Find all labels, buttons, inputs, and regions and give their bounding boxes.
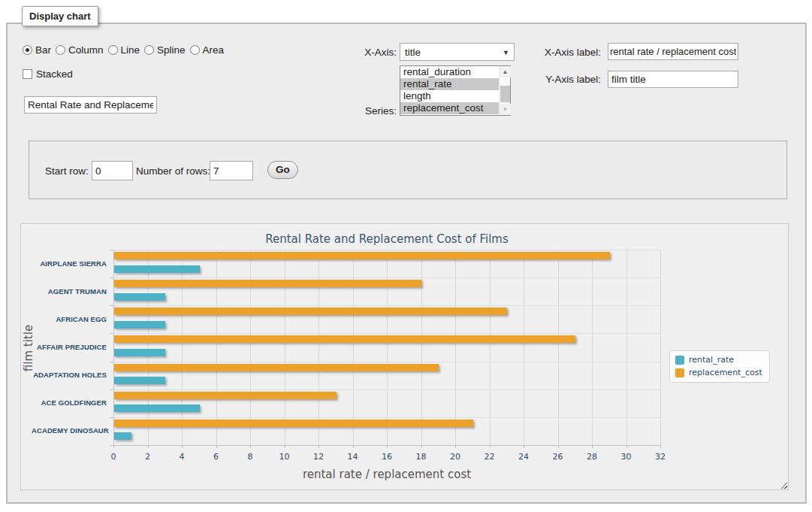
scroll-down-icon[interactable]: ▼	[500, 104, 511, 115]
x-gridline	[113, 250, 114, 445]
legend-swatch	[675, 356, 684, 365]
radio-icon[interactable]	[190, 45, 200, 55]
chart-legend: rental_ratereplacement_cost	[669, 350, 770, 383]
x-tickmark	[660, 445, 661, 448]
x-tick-label: 0	[98, 452, 128, 462]
y-gridline	[113, 362, 660, 362]
y-gridline	[113, 333, 660, 334]
start-row-input[interactable]	[92, 161, 133, 180]
go-button[interactable]: Go	[267, 161, 298, 179]
series-option-rental_duration[interactable]: rental_duration	[400, 66, 499, 78]
chart-type-radio-spline[interactable]: Spline	[144, 44, 186, 56]
x-tick-label: 24	[509, 452, 539, 462]
y-gridline	[113, 305, 660, 306]
category-label: AGENT TRUMAN	[32, 287, 107, 295]
x-gridline	[524, 250, 524, 445]
radio-icon[interactable]	[144, 45, 154, 55]
xaxis-selected-value: title	[405, 47, 421, 58]
radio-icon[interactable]	[108, 45, 118, 55]
scrollbar-thumb[interactable]	[500, 86, 510, 102]
chart-title-input[interactable]	[24, 96, 157, 114]
stacked-checkbox[interactable]	[23, 69, 32, 79]
series-options: rental_durationrental_ratelengthreplacem…	[400, 66, 510, 114]
x-tick-label: 4	[167, 452, 197, 462]
legend-entry-rental_rate[interactable]: rental_rate	[675, 355, 762, 365]
x-gridline	[285, 250, 285, 445]
x-gridline	[387, 250, 388, 445]
num-rows-input[interactable]	[210, 161, 253, 180]
bar-replacement_cost	[114, 280, 421, 287]
chart-type-radio-column[interactable]: Column	[56, 44, 104, 56]
x-gridline	[490, 250, 491, 445]
listbox-scrollbar[interactable]: ▲ ▼	[499, 66, 510, 115]
x-tick-label: 8	[235, 452, 265, 462]
y-tickmark	[110, 389, 113, 390]
x-tick-label: 18	[406, 452, 436, 462]
x-gridline	[421, 250, 422, 445]
category-label: ACE GOLDFINGER	[32, 398, 107, 407]
legend-entry-replacement_cost[interactable]: replacement_cost	[675, 368, 762, 377]
chart-container: Rental Rate and Replacement Cost of Film…	[20, 223, 789, 490]
x-tick-label: 2	[133, 452, 163, 462]
yaxis-label-input[interactable]	[608, 71, 738, 88]
stacked-checkbox-row[interactable]: Stacked	[23, 68, 73, 80]
y-tickmark	[110, 305, 113, 306]
series-option-length[interactable]: length	[400, 90, 499, 102]
x-tick-label: 30	[611, 452, 641, 462]
bar-rental_rate	[114, 293, 165, 301]
legend-swatch	[675, 368, 684, 377]
y-gridline	[113, 277, 660, 278]
x-gridline	[216, 250, 217, 445]
bar-replacement_cost	[114, 364, 439, 371]
bar-replacement_cost	[114, 335, 575, 343]
category-label: AFFAIR PREJUDICE	[32, 343, 107, 351]
resize-handle-icon[interactable]	[779, 480, 787, 489]
scroll-up-icon[interactable]: ▲	[500, 66, 511, 77]
x-tick-label: 20	[440, 452, 470, 462]
bar-replacement_cost	[114, 420, 473, 427]
series-listbox[interactable]: rental_durationrental_ratelengthreplacem…	[400, 65, 511, 116]
radio-label: Bar	[35, 44, 51, 56]
x-tick-label: 28	[577, 452, 607, 462]
y-tickmark	[110, 362, 113, 362]
category-label: AIRPLANE SIERRA	[32, 259, 107, 268]
num-rows-label: Number of rows:	[136, 165, 208, 177]
y-tickmark	[110, 277, 113, 278]
x-axis-line	[113, 445, 660, 446]
radio-icon[interactable]	[56, 45, 65, 55]
panel-title: Display chart	[29, 11, 91, 22]
x-gridline	[182, 250, 183, 445]
chart-type-radio-line[interactable]: Line	[108, 44, 140, 56]
bar-rental_rate	[114, 377, 165, 384]
radio-label: Column	[68, 44, 104, 56]
dropdown-arrow-icon: ▼	[503, 49, 509, 56]
xaxis-select[interactable]: title ▼	[400, 43, 515, 61]
chart-type-radio-bar[interactable]: Bar	[23, 44, 51, 56]
xaxis-label-input[interactable]	[608, 43, 738, 60]
y-gridline	[113, 389, 660, 390]
panel-title-tab: Display chart	[22, 6, 98, 26]
series-option-rental_rate[interactable]: rental_rate	[400, 78, 499, 90]
radio-label: Spline	[157, 44, 186, 56]
radio-label: Area	[203, 44, 225, 56]
x-tick-label: 16	[372, 452, 402, 462]
legend-label: replacement_cost	[689, 368, 762, 377]
bar-rental_rate	[114, 321, 165, 329]
chart-type-radio-group: BarColumnLineSplineArea	[23, 44, 228, 56]
category-label: ADAPTATION HOLES	[32, 371, 107, 379]
legend-label: rental_rate	[689, 355, 734, 365]
x-gridline	[592, 250, 593, 445]
bar-replacement_cost	[114, 308, 507, 315]
y-tickmark	[110, 250, 113, 250]
radio-icon[interactable]	[23, 45, 32, 55]
x-gridline	[148, 250, 149, 445]
x-gridline	[318, 250, 319, 445]
x-gridline	[626, 250, 627, 445]
x-gridline	[660, 250, 661, 445]
x-tick-label: 10	[270, 452, 300, 462]
x-gridline	[250, 250, 251, 445]
x-tick-label: 32	[645, 452, 675, 462]
series-option-replacement_cost[interactable]: replacement_cost	[400, 102, 499, 114]
bar-replacement_cost	[114, 392, 337, 399]
chart-type-radio-area[interactable]: Area	[190, 44, 225, 56]
